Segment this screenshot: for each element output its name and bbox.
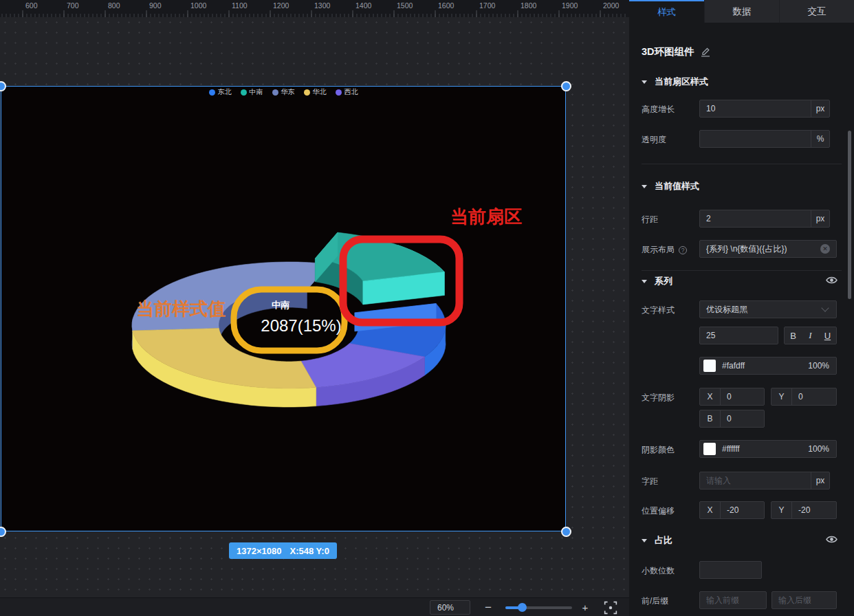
section-header-series[interactable]: 系列 [642, 275, 672, 287]
svg-text:700: 700 [67, 1, 79, 10]
svg-text:1400: 1400 [355, 1, 372, 10]
line-spacing-field: px [699, 210, 830, 228]
fit-to-screen-icon [604, 601, 617, 615]
svg-text:1900: 1900 [562, 1, 578, 10]
field-label: 文字样式 [642, 305, 675, 316]
suffix-input[interactable] [772, 595, 836, 605]
collapse-caret-icon [642, 280, 647, 283]
section-header-value-style[interactable]: 当前值样式 [642, 180, 699, 192]
shadow-blur-input[interactable] [721, 414, 764, 424]
tab-data[interactable]: 数据 [704, 0, 779, 23]
field-label: 高度增长 [642, 104, 675, 116]
section-title: 系列 [655, 275, 672, 287]
section-header-percent[interactable]: 占比 [642, 534, 672, 547]
canvas-workspace[interactable]: 东北中南华东华北西北 中南 2087(15%) 当前扇区 当前样式值 1372×… [0, 17, 629, 597]
field-label: 小数位数 [642, 565, 675, 577]
svg-text:600: 600 [25, 1, 38, 10]
edit-pencil-icon[interactable] [701, 47, 710, 57]
color-swatch[interactable] [703, 443, 716, 455]
panel-scrollbar[interactable] [848, 131, 851, 299]
tab-interaction[interactable]: 交互 [779, 0, 854, 23]
decimals-field [699, 561, 762, 579]
offset-y-input[interactable] [792, 505, 836, 515]
font-size-input[interactable] [700, 331, 778, 340]
shadow-blur-field: B [699, 410, 765, 428]
zoom-level-value: 60% [437, 603, 454, 613]
svg-text:1500: 1500 [397, 1, 413, 10]
prefix-input[interactable] [700, 595, 766, 605]
unit-percent: % [811, 131, 829, 147]
prefix-field [699, 591, 767, 609]
zoom-in-button[interactable]: + [578, 598, 592, 616]
component-title: 3D环图组件 [642, 45, 694, 58]
help-icon[interactable]: ? [679, 246, 687, 254]
b-key: B [700, 410, 721, 427]
fit-to-screen-button[interactable] [604, 601, 617, 615]
section-header-sector-style[interactable]: 当前扇区样式 [642, 76, 708, 88]
color-swatch[interactable] [703, 360, 716, 372]
font-family-value: 优设标题黑 [700, 304, 822, 316]
svg-text:800: 800 [108, 1, 120, 10]
svg-text:1200: 1200 [273, 1, 289, 10]
resize-handle-top-right[interactable] [561, 81, 571, 91]
field-label: 透明度 [642, 134, 666, 146]
section-title: 当前值样式 [655, 180, 699, 192]
height-growth-field: px [699, 100, 830, 118]
annotation-label-current-sector: 当前扇区 [450, 205, 522, 229]
clear-input-icon[interactable]: ✕ [820, 244, 830, 254]
y-key: Y [771, 388, 792, 405]
shadow-y-input[interactable] [792, 392, 836, 402]
svg-text:1300: 1300 [314, 1, 331, 10]
field-label: 展示布局 [642, 244, 675, 256]
svg-text:2000: 2000 [603, 1, 620, 10]
decimals-input[interactable] [700, 565, 761, 575]
svg-text:1600: 1600 [438, 1, 455, 10]
chart-center-series: 中南 [272, 300, 289, 310]
ruler-svg: 6007008009001000110012001300140015001600… [0, 0, 629, 17]
section-title: 当前扇区样式 [655, 76, 708, 88]
font-family-select[interactable]: 优设标题黑 [699, 300, 837, 318]
zoom-slider-thumb[interactable] [518, 603, 527, 612]
resize-handle-bottom-right[interactable] [561, 527, 571, 537]
chevron-down-icon [821, 304, 829, 311]
field-label: 字距 [642, 476, 658, 487]
component-title-row: 3D环图组件 [642, 45, 710, 58]
chart-svg: 中南 2087(15%) [1, 87, 567, 532]
field-label: 文字阴影 [642, 392, 675, 404]
zoom-out-button[interactable]: − [481, 598, 495, 616]
line-spacing-input[interactable] [700, 214, 811, 223]
panel-tabs: 样式 数据 交互 [629, 0, 854, 23]
height-growth-input[interactable] [700, 104, 811, 113]
font-color-field[interactable]: #fafdff 100% [699, 357, 837, 375]
field-label: 前/后缀 [642, 595, 668, 607]
shadow-color-field[interactable]: #ffffff 100% [699, 440, 837, 458]
unit-px: px [811, 472, 829, 489]
resize-handle-bottom-left[interactable] [0, 527, 6, 537]
section-title: 占比 [655, 534, 672, 547]
visibility-eye-icon[interactable] [826, 276, 837, 285]
text-format-buttons: B I U [784, 327, 837, 344]
display-layout-input[interactable] [700, 244, 836, 254]
shadow-x-input[interactable] [721, 392, 764, 402]
letter-spacing-input[interactable] [700, 476, 811, 485]
svg-text:1800: 1800 [521, 1, 537, 10]
zoom-slider[interactable] [505, 606, 572, 609]
color-hex: #ffffff [722, 444, 808, 454]
color-alpha: 100% [808, 444, 829, 454]
selection-size: 1372×1080 [237, 546, 281, 556]
annotation-label-current-style: 当前样式值 [136, 297, 226, 321]
opacity-input[interactable] [700, 134, 811, 144]
chart-center-value: 2087(15%) [261, 316, 341, 335]
underline-button[interactable]: U [820, 331, 836, 341]
offset-x-input[interactable] [721, 505, 764, 515]
x-key: X [700, 388, 721, 405]
visibility-eye-icon[interactable] [826, 535, 837, 544]
bold-button[interactable]: B [785, 331, 802, 341]
chart-artboard[interactable]: 东北中南华东华北西北 中南 2087(15%) 当前扇区 当前样式值 [1, 86, 566, 531]
field-label: 行距 [642, 214, 658, 226]
italic-button[interactable]: I [802, 330, 819, 341]
zoom-level-select[interactable]: 60% [430, 600, 470, 615]
letter-spacing-field: px [699, 472, 830, 490]
tab-style[interactable]: 样式 [629, 0, 704, 23]
horizontal-ruler: 6007008009001000110012001300140015001600… [0, 0, 629, 17]
